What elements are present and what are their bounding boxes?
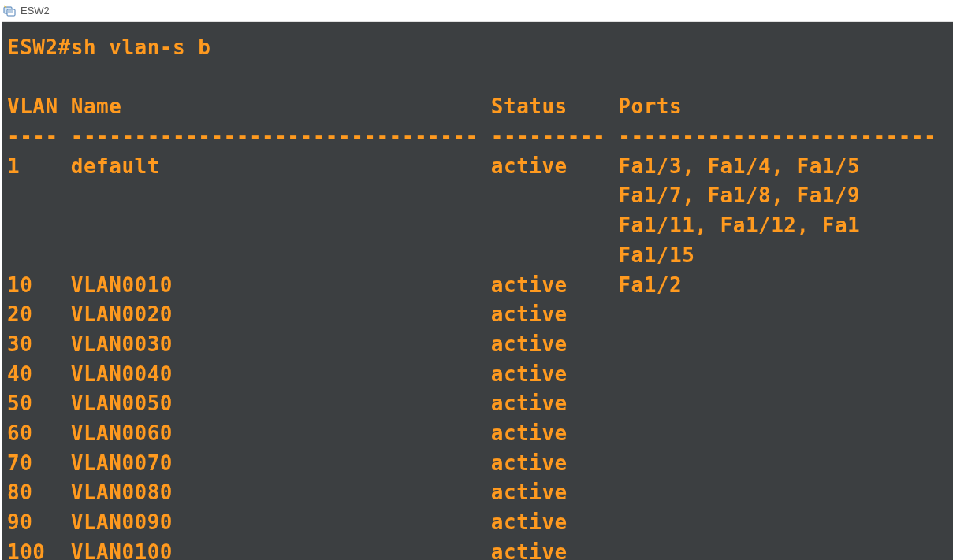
- terminal[interactable]: ESW2#sh vlan-s b VLAN Name Status Ports …: [2, 22, 953, 560]
- putty-icon: [3, 5, 16, 17]
- putty-window: ESW2 ESW2#sh vlan-s b VLAN Name Status P…: [0, 0, 953, 560]
- window-title: ESW2: [20, 5, 50, 17]
- terminal-output: ESW2#sh vlan-s b VLAN Name Status Ports …: [7, 33, 953, 560]
- titlebar[interactable]: ESW2: [0, 0, 953, 22]
